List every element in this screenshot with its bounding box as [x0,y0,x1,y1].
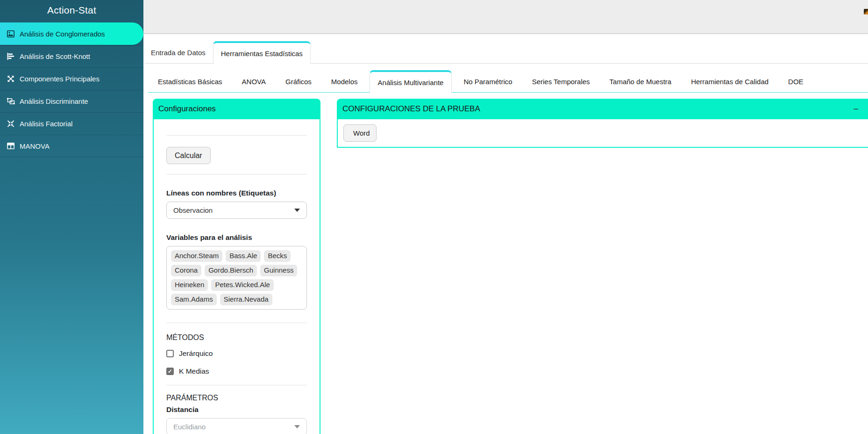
results-panel-title: CONFIGURACIONES DE LA PRUEBA [342,104,480,114]
compress-arrows-icon [7,120,15,128]
config-panel-body: Calcular Líneas con nombres (Etiquetas) … [153,119,320,434]
secondary-tab[interactable]: ANOVA [234,70,274,93]
sidebar-item[interactable]: Análisis Factorial [0,112,143,135]
variable-tag[interactable]: Bass.Ale [226,250,261,262]
secondary-tab-label: ANOVA [242,78,266,86]
sidebar-item[interactable]: MANOVA [0,135,143,157]
sidebar-menu: Análisis de Conglomerados Análisis de Sc… [0,22,143,157]
caret-down-icon [294,209,300,212]
top-header-bar [143,0,868,34]
sidebar-item-label: Análisis de Conglomerados [20,30,105,38]
variables-box[interactable]: Anchor.Steam Bass.Ale Becks Corona Gordo… [166,246,307,310]
table-icon [7,142,15,150]
secondary-tab[interactable]: Gráficos [277,70,320,93]
secondary-tab-label: Modelos [331,78,358,86]
primary-tab-label: Herramientas Estadísticas [221,50,303,58]
results-panel-body: Word [337,119,868,148]
secondary-tab-label: Tamaño de Muestra [610,78,672,86]
sidebar-item[interactable]: Componentes Principales [0,67,143,90]
method-option[interactable]: Jerárquico [166,349,307,358]
sidebar-item-label: Análisis Factorial [20,120,72,128]
labels-field-label: Líneas con nombres (Etiquetas) [166,189,307,197]
secondary-tab[interactable]: Modelos [323,70,366,93]
config-panel-header: Configuraciones [153,99,320,119]
secondary-tab-label: No Paramétrico [463,78,512,86]
secondary-tab-label: Gráficos [285,78,312,86]
sidebar-item[interactable]: Análisis de Scott-Knott [0,45,143,67]
parameters-title: PARÁMETROS [166,394,307,402]
variable-tag[interactable]: Sierra.Nevada [220,294,272,305]
divider [166,323,307,323]
secondary-tab[interactable]: Análisis Multivariante [370,70,452,93]
image-icon [7,30,15,37]
checkbox[interactable] [166,350,174,357]
sidebar-item-label: Análisis de Scott-Knott [20,52,90,60]
secondary-tab[interactable]: Estadísticas Básicas [150,70,230,93]
variable-tag[interactable]: Heineken [171,279,208,291]
variable-tag[interactable]: Becks [264,250,291,262]
collapse-minus-icon[interactable]: − [853,99,859,119]
divider [166,135,307,136]
variable-tag[interactable]: Guinness [260,265,297,276]
sidebar-item-label: Análisis Discriminante [20,97,88,105]
methods-options: Jerárquico K Medias [166,349,307,376]
secondary-tab-label: Análisis Multivariante [378,79,444,87]
secondary-tab-label: Series Temporales [532,78,590,86]
variable-tag[interactable]: Petes.Wicked.Ale [211,279,274,291]
distance-label: Distancia [166,405,307,414]
primary-tabs: Entrada de Datos Herramientas Estadístic… [143,41,868,64]
labels-select[interactable]: Observacion [166,202,307,219]
secondary-tab-label: Estadísticas Básicas [158,78,222,86]
checkbox[interactable] [166,368,174,375]
divider [166,385,307,385]
export-word-label: Word [353,129,370,137]
chart-bars-icon [7,53,15,60]
primary-tab-label: Entrada de Datos [151,49,206,57]
variables-label: Variables para el análisis [166,233,307,242]
primary-tab[interactable]: Entrada de Datos [143,41,213,64]
config-panel-title: Configuraciones [158,104,216,114]
secondary-tabs: Estadísticas Básicas ANOVA Gráficos Mode… [143,70,868,93]
secondary-tab[interactable]: Tamaño de Muestra [602,70,680,93]
secondary-tab[interactable]: Series Temporales [524,70,598,93]
secondary-tab[interactable]: No Paramétrico [455,70,520,93]
distance-select[interactable]: Euclidiano [166,418,307,434]
secondary-tab[interactable]: DOE [780,70,811,93]
object-group-icon [7,98,15,105]
primary-tab[interactable]: Herramientas Estadísticas [213,41,311,64]
unknown-clipped-icon [864,9,868,14]
method-option-label: Jerárquico [179,349,213,358]
results-panel-header: CONFIGURACIONES DE LA PRUEBA − [337,99,868,119]
secondary-tab[interactable]: Herramientas de Calidad [683,70,776,93]
sidebar: Action-Stat Análisis de Conglomerados An… [0,0,143,434]
secondary-tab-label: DOE [788,78,804,86]
divider [166,174,307,174]
sidebar-item[interactable]: Análisis de Conglomerados [0,22,143,45]
sidebar-item-label: MANOVA [20,142,50,150]
variable-tag[interactable]: Gordo.Biersch [205,265,257,276]
methods-title: MÉTODOS [166,333,307,342]
secondary-tab-label: Herramientas de Calidad [691,78,768,86]
config-panel: Configuraciones Calcular Líneas con nomb… [153,99,320,434]
variable-tag[interactable]: Corona [171,265,201,276]
method-option[interactable]: K Medias [166,367,307,376]
variable-tag[interactable]: Sam.Adams [171,294,217,305]
export-word-button[interactable]: Word [343,124,377,142]
app-title: Action-Stat [0,0,143,22]
labels-select-value: Observacion [173,206,213,214]
sidebar-item[interactable]: Análisis Discriminante [0,90,143,112]
results-panel: CONFIGURACIONES DE LA PRUEBA − Word [337,99,868,148]
method-option-label: K Medias [179,367,209,376]
variable-tag[interactable]: Anchor.Steam [171,250,222,262]
calculate-button[interactable]: Calcular [166,147,211,164]
sidebar-item-label: Componentes Principales [20,75,100,83]
expand-arrows-icon [7,75,15,83]
caret-down-icon [294,425,300,428]
distance-select-value: Euclidiano [173,423,206,431]
